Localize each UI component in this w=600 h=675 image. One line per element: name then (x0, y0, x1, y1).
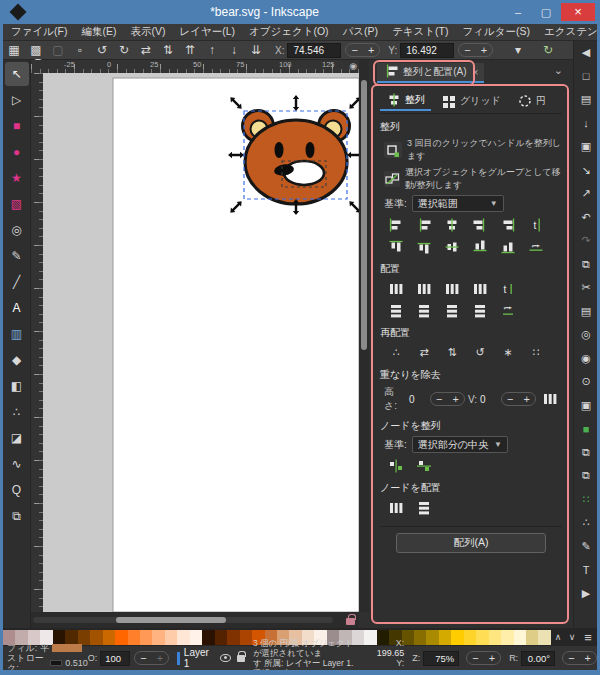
node-tool[interactable]: ▷ (5, 88, 29, 112)
spray-tool[interactable]: ∴ (5, 400, 29, 424)
palette-swatch-34[interactable] (426, 630, 438, 645)
spiral-tool[interactable]: ◎ (5, 218, 29, 242)
distribute-centers-vertically[interactable] (412, 301, 436, 320)
selection-bbox-icon[interactable]: ▫ (69, 43, 91, 57)
zoom-minus[interactable]: − (467, 652, 483, 664)
minimize-button[interactable]: – (505, 3, 531, 21)
deselect-icon[interactable]: ▢ (47, 43, 69, 57)
horizontal-scrollbar[interactable] (31, 612, 359, 628)
exchange-clockwise-icon[interactable]: ↺ (468, 343, 492, 362)
star-tool[interactable]: ★ (5, 166, 29, 190)
overlap-v-minus[interactable]: − (502, 393, 518, 405)
unlink-clone-icon[interactable]: ⧉ (574, 464, 598, 488)
relative-to-select[interactable]: 選択範囲▼ (412, 195, 504, 212)
redo-icon[interactable]: ↷ (574, 229, 598, 253)
palette-swatch-37[interactable] (464, 630, 476, 645)
x-stepper[interactable]: −+ (345, 43, 380, 57)
tab-grid[interactable]: グリッド (435, 91, 507, 111)
y-plus[interactable]: + (476, 44, 492, 56)
bear-drawing[interactable] (243, 111, 350, 205)
randomize-centers-icon[interactable]: ∗ (496, 343, 520, 362)
opacity-input[interactable]: 100 (100, 651, 130, 666)
palette-swatch-7[interactable] (90, 630, 102, 645)
distribute-right-edges[interactable] (440, 279, 464, 298)
fill-color-swatch[interactable] (52, 644, 82, 652)
align-left-edges[interactable] (412, 215, 436, 234)
current-layer-selector[interactable]: Layer 1 (184, 647, 215, 669)
text-tool[interactable]: A (5, 296, 29, 320)
selector-tool[interactable]: ↖ (5, 62, 29, 86)
distribute-nodes-horizontally[interactable] (384, 498, 408, 517)
palette-scroll-down-icon[interactable]: ∨ (565, 632, 579, 642)
palette-swatch-35[interactable] (439, 630, 451, 645)
paint-bucket-tool[interactable]: ◧ (5, 374, 29, 398)
overlap-v-input[interactable]: 0 (480, 394, 494, 405)
ruler-display-adjust-icon[interactable]: ◉ (349, 61, 357, 71)
center-on-vertical-axis[interactable] (440, 215, 464, 234)
lock-canvas-icon[interactable] (346, 618, 355, 625)
align-text-baselines[interactable]: t (524, 237, 548, 256)
overlap-h-stepper[interactable]: −+ (430, 392, 465, 406)
select-all-icon[interactable]: ▦ (3, 43, 25, 57)
palette-swatch-13[interactable] (165, 630, 177, 645)
palette-swatch-11[interactable] (140, 630, 152, 645)
x-minus[interactable]: − (346, 44, 362, 56)
palette-swatch-15[interactable] (190, 630, 202, 645)
align-text-anchors[interactable]: t (524, 215, 548, 234)
palette-swatch-8[interactable] (103, 630, 115, 645)
align-handles-toggle[interactable] (384, 142, 402, 158)
palette-swatch-14[interactable] (177, 630, 189, 645)
layer-lock-icon[interactable] (237, 655, 245, 662)
exchange-in-stacking-order-icon[interactable]: ⇅ (440, 343, 464, 362)
opacity-stepper[interactable]: −+ (134, 651, 169, 665)
open-document-icon[interactable]: ▤ (574, 88, 598, 112)
palette-swatch-43[interactable] (538, 630, 550, 645)
menu-item-7[interactable]: フィルター(S) (463, 25, 530, 39)
palette-swatch-16[interactable] (202, 630, 214, 645)
print-icon[interactable]: ▣ (574, 135, 598, 159)
y-input[interactable]: 16.492 (400, 43, 454, 58)
nodes-relative-select[interactable]: 選択部分の中央▼ (412, 436, 508, 453)
distribute-nodes-vertically[interactable] (412, 498, 436, 517)
save-document-icon[interactable]: ↓ (574, 112, 598, 136)
rotation-minus[interactable]: − (563, 652, 579, 664)
tab-circular[interactable]: 円 (511, 91, 552, 111)
gradient-tool[interactable]: ▥ (5, 322, 29, 346)
align-bottom-edges[interactable] (468, 237, 492, 256)
vertical-scrollbar[interactable] (359, 60, 369, 612)
vertical-ruler[interactable] (31, 73, 43, 612)
calligraphy-tool[interactable]: ╱ (5, 270, 29, 294)
horizontal-ruler[interactable]: ◉ -250255075100125 (31, 60, 359, 73)
ungroup-icon[interactable]: ∴ (574, 511, 598, 535)
zoom-stepper[interactable]: −+ (466, 651, 501, 665)
paste-icon[interactable]: ▤ (574, 300, 598, 324)
y-stepper[interactable]: −+ (458, 43, 493, 57)
palette-swatch-42[interactable] (526, 630, 538, 645)
export-icon[interactable]: ↗ (574, 182, 598, 206)
flip-horizontal-icon[interactable]: ⇄ (135, 43, 157, 57)
more-commands-icon[interactable]: ▶ (574, 582, 598, 606)
palette-scroll-up-icon[interactable]: ∧ (551, 632, 565, 642)
center-on-horizontal-axis[interactable] (440, 237, 464, 256)
dialog-tab-close-icon[interactable]: × (473, 67, 479, 78)
move-as-group-toggle[interactable] (384, 171, 400, 187)
close-button[interactable]: × (561, 3, 595, 21)
collapse-panel-icon[interactable]: ◀ (574, 41, 598, 65)
distribute-centers-horizontally[interactable] (412, 279, 436, 298)
align-right-to-anchor-left[interactable] (384, 215, 408, 234)
dropper-tool[interactable]: ◆ (5, 348, 29, 372)
overlap-v-plus[interactable]: + (519, 393, 535, 405)
distribute-top-edges[interactable] (384, 301, 408, 320)
menu-item-5[interactable]: パス(P) (343, 25, 379, 39)
zoom-page-icon[interactable]: ⊙ (574, 370, 598, 394)
x-input[interactable]: 74.546 (287, 43, 341, 58)
y-minus[interactable]: − (459, 44, 475, 56)
tab-align[interactable]: 整列 (380, 91, 431, 111)
equalize-vertical-gaps[interactable] (468, 301, 492, 320)
text-dialog-icon[interactable]: T (574, 558, 598, 582)
opacity-minus[interactable]: − (135, 652, 151, 664)
zoom-plus[interactable]: + (484, 652, 500, 664)
fill-stroke-indicator[interactable]: フィル:平 ストローク:0.510 (3, 643, 88, 673)
duplicate-icon[interactable]: ■ (574, 417, 598, 441)
select-all-layers-icon[interactable]: ▩ (25, 43, 47, 57)
